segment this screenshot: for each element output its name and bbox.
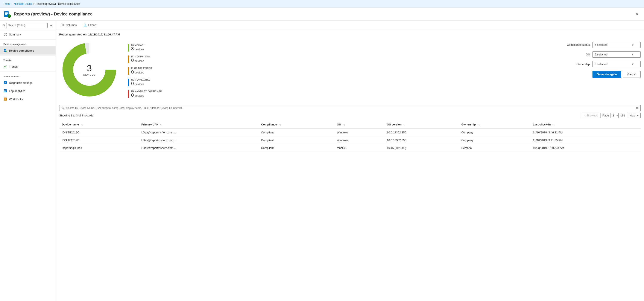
cell-os: macOS <box>334 144 384 152</box>
os-label: OS <box>562 53 590 56</box>
sidebar-item-workbooks[interactable]: Workbooks <box>0 95 56 103</box>
search-input[interactable] <box>6 23 48 28</box>
stat-bar-compliant <box>128 44 129 52</box>
filter-row-ownership: Ownership 3 selected ∨ <box>562 61 640 67</box>
table-search-bar: ✕ <box>59 105 640 111</box>
cell-os-version: 10.0.18362.356 <box>384 136 459 144</box>
col-os-version[interactable]: OS version ↑↓ <box>384 121 459 128</box>
cancel-button[interactable]: Cancel <box>623 71 640 78</box>
next-button[interactable]: Next > <box>627 113 640 118</box>
compliance-status-chevron: ∨ <box>632 43 634 46</box>
breadcrumb-intune[interactable]: Microsoft Intune <box>14 2 32 5</box>
columns-label: Columns <box>66 24 77 27</box>
stat-not-compliant: NOT COMPLIANT 0 devices <box>128 56 162 63</box>
compliance-status-dropdown[interactable]: 5 selected ∨ <box>592 42 640 48</box>
sidebar-item-workbooks-label: Workbooks <box>9 98 23 101</box>
filter-row-compliance: Compliance status 5 selected ∨ <box>562 42 640 48</box>
cell-last-checkin: 11/10/2019, 3:41:35 PM <box>530 136 640 144</box>
cell-primary-upn: LDay@reportmsftem.onm... <box>139 128 259 136</box>
cell-compliance: Compliant <box>258 144 334 152</box>
stat-label-not-evaluated: NOT EVALUATED <box>131 79 150 81</box>
sidebar-item-summary-label: Summary <box>9 33 21 36</box>
breadcrumb-sep-2: › <box>33 2 34 5</box>
table-search-input[interactable] <box>66 107 634 110</box>
header-row: Device name ↑↓ Primary UPN ↑↓ Compliance… <box>59 121 640 128</box>
sort-os-version-icon: ↑↓ <box>403 123 406 126</box>
ownership-value: 3 selected <box>595 63 608 66</box>
ownership-dropdown[interactable]: 3 selected ∨ <box>592 61 640 67</box>
col-last-checkin[interactable]: Last check-in ↑↓ <box>530 121 640 128</box>
compliance-status-value: 5 selected <box>595 43 608 46</box>
table-search-icon <box>62 107 64 110</box>
stat-bar-grace-period <box>128 67 129 75</box>
previous-button[interactable]: < Previous <box>582 113 601 118</box>
divider-1 <box>0 39 56 40</box>
device-management-heading: Device management <box>0 40 56 46</box>
table-row: IGNITE2019C LDay@reportmsftem.onm... Com… <box>59 128 640 136</box>
sort-compliance-icon: ↑↓ <box>279 123 281 126</box>
pagination: < Previous Page 1 ∨ of 1 Next > <box>582 113 640 118</box>
svg-point-33 <box>62 107 64 109</box>
divider-3 <box>0 72 56 72</box>
trends-icon <box>4 65 7 69</box>
stat-compliant: COMPLIANT 3 devices <box>128 44 162 52</box>
sidebar-item-summary[interactable]: Summary <box>0 30 56 39</box>
col-primary-upn[interactable]: Primary UPN ↑↓ <box>139 121 259 128</box>
stat-grace-period: IN GRACE PERIOD 0 devices <box>128 67 162 75</box>
stat-bar-configmgr <box>128 90 129 98</box>
export-label: Export <box>88 24 96 27</box>
filters-panel: Compliance status 5 selected ∨ OS 9 sele… <box>562 40 640 78</box>
page-of-label: of 1 <box>620 114 625 117</box>
stat-info-compliant: COMPLIANT 3 devices <box>131 44 145 51</box>
action-buttons: Generate again Cancel <box>562 71 640 78</box>
os-value: 9 selected <box>595 53 608 56</box>
cell-os-version: 10.0.18362.356 <box>384 128 459 136</box>
generate-again-button[interactable]: Generate again <box>592 71 621 78</box>
close-button[interactable]: ✕ <box>634 11 640 18</box>
col-compliance[interactable]: Compliance ↑↓ <box>258 121 334 128</box>
stat-info-configmgr: MANAGED BY CONFIGMGR 0 devices <box>131 90 162 98</box>
sidebar-item-device-compliance[interactable]: ✓ Device compliance <box>0 46 56 55</box>
cell-device-name: Reporting's Mac <box>59 144 139 152</box>
col-ownership[interactable]: Ownership ↑↓ <box>459 121 530 128</box>
breadcrumb-home[interactable]: Home <box>4 2 10 5</box>
columns-button[interactable]: Columns <box>59 22 78 28</box>
svg-text:✓: ✓ <box>6 51 7 52</box>
sidebar-item-trends[interactable]: Trends <box>0 63 56 71</box>
svg-rect-26 <box>4 100 6 100</box>
collapse-button[interactable]: ≪ <box>50 24 53 27</box>
sidebar-item-device-compliance-label: Device compliance <box>9 49 34 52</box>
cell-primary-upn: LDay@reportmsftem.onm... <box>139 136 259 144</box>
cell-last-checkin: 10/28/2019, 11:02:44 AM <box>530 144 640 152</box>
os-dropdown[interactable]: 9 selected ∨ <box>592 51 640 58</box>
clear-search-icon[interactable]: ✕ <box>636 106 638 110</box>
svg-rect-13 <box>4 50 6 51</box>
export-button[interactable]: Export <box>82 22 98 28</box>
sort-ownership-icon: ↑↓ <box>478 123 480 126</box>
breadcrumb-sep-1: › <box>12 2 12 5</box>
sidebar-item-log-analytics[interactable]: Log analytics <box>0 87 56 95</box>
search-icon <box>2 24 5 27</box>
cell-compliance: Compliant <box>258 136 334 144</box>
cell-os: Windows <box>334 128 384 136</box>
stat-value-not-evaluated: 0 devices <box>131 81 150 86</box>
col-device-name[interactable]: Device name ↑↓ <box>59 121 139 128</box>
table-row: Reporting's Mac LDay@reportmsftem.onm...… <box>59 144 640 152</box>
svg-line-34 <box>64 109 64 109</box>
stat-value-configmgr: 0 devices <box>131 93 162 98</box>
page-select[interactable]: 1 <box>610 113 619 118</box>
stat-value-grace-period: 0 devices <box>131 69 152 75</box>
cell-device-name: IGNITE2019C <box>59 128 139 136</box>
records-count: Showing 1 to 3 of 3 records <box>59 114 93 117</box>
svg-point-10 <box>5 35 6 35</box>
stat-label-configmgr: MANAGED BY CONFIGMGR <box>131 90 162 93</box>
trends-heading: Trends <box>0 57 56 63</box>
stat-info-not-evaluated: NOT EVALUATED 0 devices <box>131 79 150 86</box>
cell-last-checkin: 11/10/2019, 3:46:31 PM <box>530 128 640 136</box>
svg-rect-24 <box>4 98 6 99</box>
stats-list: COMPLIANT 3 devices NOT COMPLIANT <box>128 40 162 98</box>
sidebar-item-diagnostic-settings[interactable]: ⚙ Diagnostic settings <box>0 79 56 87</box>
stat-bar-not-compliant <box>128 56 129 63</box>
col-os[interactable]: OS ↑↓ <box>334 121 384 128</box>
stat-info-grace-period: IN GRACE PERIOD 0 devices <box>131 67 152 75</box>
